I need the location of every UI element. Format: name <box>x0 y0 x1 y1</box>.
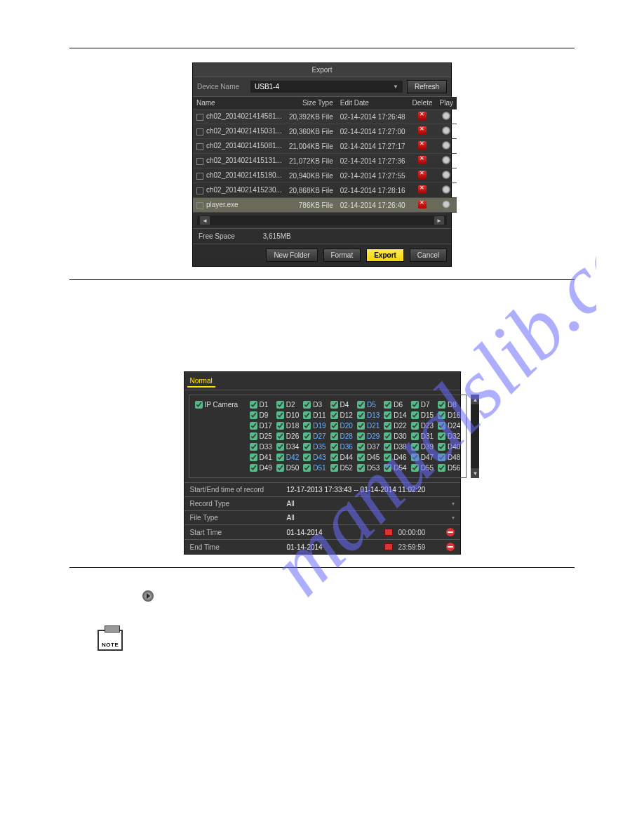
camera-checkbox[interactable]: D25 <box>250 432 272 440</box>
export-button[interactable]: Export <box>366 249 404 262</box>
camera-checkbox[interactable]: D6 <box>384 401 406 409</box>
check-icon[interactable] <box>250 401 257 409</box>
check-icon[interactable] <box>276 401 284 409</box>
camera-checkbox[interactable]: D42 <box>276 454 299 461</box>
play-icon[interactable] <box>442 126 450 135</box>
camera-checkbox[interactable]: D9 <box>250 411 272 419</box>
play-icon[interactable] <box>442 156 450 164</box>
camera-checkbox[interactable]: D56 <box>438 464 460 472</box>
delete-icon[interactable] <box>418 200 427 208</box>
check-icon[interactable] <box>303 464 311 472</box>
check-icon[interactable] <box>438 432 445 440</box>
delete-icon[interactable] <box>418 171 427 179</box>
check-icon[interactable] <box>276 411 284 419</box>
check-icon[interactable] <box>250 432 257 440</box>
scroll-up-icon[interactable]: ▲ <box>471 395 479 404</box>
camera-checkbox[interactable]: D16 <box>438 411 460 419</box>
camera-checkbox[interactable]: D41 <box>250 454 272 461</box>
clock-icon[interactable] <box>446 543 455 551</box>
col-editdate[interactable]: Edit Date <box>337 97 409 110</box>
delete-icon[interactable] <box>418 112 427 120</box>
calendar-icon[interactable] <box>384 543 393 550</box>
camera-checkbox[interactable]: D38 <box>384 443 406 451</box>
table-row[interactable]: ch02_2014021415131...21,072KB File02-14-… <box>193 154 457 168</box>
camera-checkbox[interactable]: D8 <box>438 401 460 409</box>
camera-checkbox[interactable]: D2 <box>276 401 299 409</box>
check-icon[interactable] <box>276 464 284 472</box>
col-play[interactable]: Play <box>436 97 456 110</box>
camera-checkbox[interactable]: D18 <box>276 422 299 430</box>
check-icon[interactable] <box>330 454 338 461</box>
check-icon[interactable] <box>250 443 257 451</box>
camera-checkbox[interactable]: D50 <box>276 464 299 472</box>
vertical-scrollbar[interactable]: ▲ ▼ <box>471 395 479 478</box>
table-row[interactable]: ch02_2014021415230...20,868KB File02-14-… <box>193 183 457 198</box>
check-icon[interactable] <box>411 411 419 419</box>
record-type-dropdown[interactable]: All <box>287 500 446 508</box>
delete-icon[interactable] <box>418 141 427 150</box>
check-icon[interactable] <box>384 432 391 440</box>
horizontal-scrollbar[interactable]: ◄ ► <box>197 216 447 225</box>
play-icon[interactable] <box>442 141 450 150</box>
check-icon[interactable] <box>384 464 391 472</box>
check-icon[interactable] <box>411 432 419 440</box>
camera-checkbox[interactable]: D10 <box>276 411 299 419</box>
camera-checkbox[interactable]: D53 <box>357 464 380 472</box>
check-icon[interactable] <box>330 464 338 472</box>
camera-checkbox[interactable]: D20 <box>330 422 353 430</box>
check-icon[interactable] <box>384 443 391 451</box>
camera-checkbox[interactable]: D32 <box>438 432 460 440</box>
check-icon[interactable] <box>250 454 257 461</box>
check-icon[interactable] <box>438 411 445 419</box>
start-date-field[interactable]: 01-14-2014 <box>287 529 379 536</box>
check-icon[interactable] <box>411 422 419 430</box>
start-time-field[interactable]: 00:00:00 <box>398 529 441 536</box>
camera-checkbox[interactable]: D11 <box>303 411 326 419</box>
scroll-down-icon[interactable]: ▼ <box>471 468 479 478</box>
cancel-button[interactable]: Cancel <box>410 249 447 262</box>
camera-checkbox[interactable]: D19 <box>303 422 326 430</box>
check-icon[interactable] <box>276 432 284 440</box>
check-icon[interactable] <box>276 454 284 461</box>
camera-checkbox[interactable]: D26 <box>276 432 299 440</box>
check-icon[interactable] <box>330 422 338 430</box>
device-name-dropdown[interactable]: USB1-4 ▼ <box>250 81 403 93</box>
check-icon[interactable] <box>357 422 365 430</box>
camera-checkbox[interactable]: D40 <box>438 443 460 451</box>
format-button[interactable]: Format <box>323 249 361 262</box>
camera-checkbox[interactable]: D17 <box>250 422 272 430</box>
check-icon[interactable] <box>330 432 338 440</box>
camera-checkbox[interactable]: D33 <box>250 443 272 451</box>
camera-checkbox[interactable]: D35 <box>303 443 326 451</box>
camera-checkbox[interactable]: D39 <box>411 443 434 451</box>
camera-checkbox[interactable]: D1 <box>250 401 272 409</box>
check-icon[interactable] <box>384 411 391 419</box>
camera-checkbox[interactable]: D44 <box>330 454 353 461</box>
camera-checkbox[interactable]: D23 <box>411 422 434 430</box>
play-icon[interactable] <box>442 171 450 179</box>
camera-checkbox[interactable]: D54 <box>384 464 406 472</box>
check-icon[interactable] <box>276 443 284 451</box>
check-icon[interactable] <box>411 443 419 451</box>
camera-checkbox[interactable]: D3 <box>303 401 326 409</box>
ip-camera-check-icon[interactable] <box>195 401 203 409</box>
camera-checkbox[interactable]: D14 <box>384 411 406 419</box>
camera-checkbox[interactable]: D22 <box>384 422 406 430</box>
scroll-right-icon[interactable]: ► <box>434 216 444 225</box>
check-icon[interactable] <box>250 411 257 419</box>
refresh-button[interactable]: Refresh <box>407 80 447 93</box>
delete-icon[interactable] <box>418 156 427 164</box>
table-row[interactable]: ch02_2014021414581...20,392KB File02-14-… <box>193 110 457 124</box>
camera-checkbox[interactable]: D34 <box>276 443 299 451</box>
check-icon[interactable] <box>438 454 445 461</box>
check-icon[interactable] <box>303 401 311 409</box>
camera-checkbox[interactable]: D27 <box>303 432 326 440</box>
check-icon[interactable] <box>438 422 445 430</box>
check-icon[interactable] <box>357 411 365 419</box>
check-icon[interactable] <box>357 432 365 440</box>
delete-icon[interactable] <box>418 126 427 135</box>
camera-checkbox[interactable]: D21 <box>357 422 380 430</box>
check-icon[interactable] <box>303 422 311 430</box>
play-icon[interactable] <box>442 185 450 194</box>
check-icon[interactable] <box>303 443 311 451</box>
